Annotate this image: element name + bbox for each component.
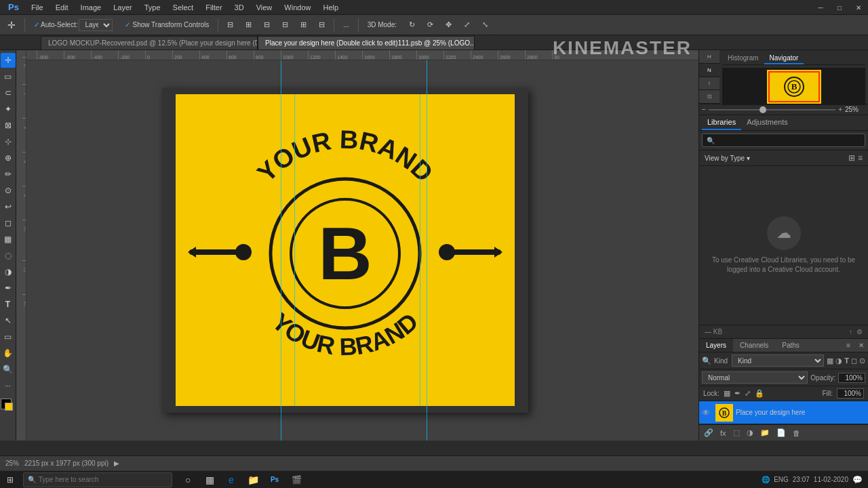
more-button[interactable]: ... — [338, 17, 353, 33]
history-brush-btn[interactable]: ↩ — [1, 199, 16, 214]
cloud-settings-icon[interactable]: ⚙ — [856, 328, 863, 336]
taskbar-photoshop[interactable]: Ps — [266, 472, 283, 487]
lock-position-icon[interactable]: ✒ — [734, 389, 741, 398]
link-layers-btn[interactable]: 🔗 — [702, 427, 715, 439]
histogram-tab[interactable]: Histogram — [722, 53, 764, 64]
layer-item[interactable]: 👁 B Place your design here — [699, 401, 868, 424]
taskbar-edge[interactable]: e — [222, 472, 240, 487]
shape-layer-icon[interactable]: ◻ — [851, 357, 857, 365]
3d-slide-button[interactable]: ⤢ — [459, 17, 475, 33]
navigator-mini-tab[interactable]: N — [699, 64, 719, 77]
marquee-tool-btn[interactable]: ▭ — [1, 69, 16, 84]
menu-layer[interactable]: Layer — [108, 2, 138, 13]
zoom-thumb[interactable] — [760, 106, 766, 113]
close-button[interactable]: ✕ — [849, 0, 868, 15]
move-tool-btn[interactable]: ✛ — [1, 53, 16, 68]
healing-tool-btn[interactable]: ⊕ — [1, 150, 16, 165]
taskbar-kinemaster[interactable]: 🎬 — [288, 472, 305, 487]
layers-panel-menu[interactable]: ≡ — [842, 339, 854, 352]
align-left-button[interactable]: ⊟ — [222, 17, 238, 33]
libraries-tab[interactable]: Libraries — [702, 115, 741, 130]
zoom-slider[interactable] — [709, 109, 835, 110]
3d-roll-button[interactable]: ⟳ — [422, 17, 438, 33]
extra-tools-btn[interactable]: ··· — [1, 378, 16, 393]
library-search-input[interactable] — [702, 134, 865, 147]
foreground-color[interactable] — [1, 399, 16, 413]
cloud-upload-icon[interactable]: ↑ — [849, 328, 852, 336]
navigator-preview[interactable]: B — [722, 68, 865, 105]
fill-input[interactable] — [837, 388, 864, 399]
3d-scale-button[interactable]: ⤡ — [477, 17, 493, 33]
zoom-in-icon[interactable]: + — [838, 106, 842, 113]
pixel-layer-icon[interactable]: ▦ — [827, 357, 833, 365]
align-center-v-button[interactable]: ⊞ — [296, 17, 311, 33]
align-bottom-button[interactable]: ⊟ — [314, 17, 330, 33]
magic-wand-tool-btn[interactable]: ✦ — [1, 102, 16, 117]
layer-visibility-icon[interactable]: 👁 — [702, 408, 713, 418]
auto-select-dropdown[interactable]: Layer Group — [79, 19, 113, 31]
logo-box[interactable]: YOUR BRAND B — [176, 94, 515, 406]
align-center-h-button[interactable]: ⊞ — [241, 17, 256, 33]
brush-tool-btn[interactable]: ✏ — [1, 167, 16, 182]
zoom-out-icon[interactable]: − — [702, 106, 706, 113]
eraser-tool-btn[interactable]: ◻ — [1, 216, 16, 230]
menu-file[interactable]: File — [26, 2, 49, 13]
layers-panel-close[interactable]: ✕ — [854, 339, 868, 352]
lock-all-icon[interactable]: 🔒 — [755, 389, 764, 398]
gradient-tool-btn[interactable]: ▦ — [1, 232, 16, 247]
minimize-button[interactable]: ─ — [811, 0, 830, 15]
tab-0[interactable]: LOGO MOCKUP-Recovered.psd @ 12.5% (Place… — [41, 36, 258, 49]
path-select-btn[interactable]: ↖ — [1, 313, 16, 328]
menu-help[interactable]: Help — [317, 2, 344, 13]
info-mini-tab[interactable]: i — [699, 77, 719, 91]
shape-tool-btn[interactable]: ▭ — [1, 329, 16, 344]
menu-filter[interactable]: Filter — [200, 2, 227, 13]
menu-view[interactable]: View — [251, 2, 278, 13]
start-button[interactable]: ⊞ — [0, 471, 20, 489]
document-canvas[interactable]: YOUR BRAND B — [162, 87, 528, 413]
type-layer-icon[interactable]: T — [844, 357, 849, 365]
align-right-button[interactable]: ⊟ — [259, 17, 275, 33]
3d-rotate-button[interactable]: ↻ — [404, 17, 420, 33]
list-view-icon[interactable]: ≡ — [858, 153, 863, 163]
crop-tool-btn[interactable]: ⊠ — [1, 118, 16, 133]
smart-object-icon[interactable]: ⊙ — [859, 357, 865, 365]
align-top-button[interactable]: ⊟ — [277, 17, 293, 33]
new-layer-btn[interactable]: 📄 — [774, 427, 788, 439]
menu-edit[interactable]: Edit — [50, 2, 74, 13]
channels-tab[interactable]: Channels — [733, 339, 775, 352]
layer-filter-search-icon[interactable]: 🔍 — [702, 357, 711, 365]
layers-tab[interactable]: Layers — [699, 339, 733, 352]
menu-window[interactable]: Window — [279, 2, 316, 13]
move-tool[interactable]: ✛ — [3, 17, 20, 33]
auto-select-checkbox[interactable]: ✓ Auto-Select: Layer Group — [29, 17, 117, 33]
new-adjustment-btn[interactable]: ◑ — [745, 427, 755, 439]
layers-mini-tab-icon[interactable]: ⊡ — [699, 90, 719, 104]
taskbar-cortana[interactable]: ○ — [179, 472, 197, 487]
taskbar-taskview[interactable]: ▦ — [201, 472, 218, 487]
notification-icon[interactable]: 💬 — [852, 475, 863, 485]
taskbar-explorer[interactable]: 📁 — [244, 472, 262, 487]
zoom-tool-btn[interactable]: 🔍 — [1, 362, 16, 377]
menu-type[interactable]: Type — [139, 2, 166, 13]
lasso-tool-btn[interactable]: ⊂ — [1, 85, 16, 100]
dodge-tool-btn[interactable]: ◑ — [1, 264, 16, 279]
opacity-input[interactable] — [838, 373, 865, 383]
blur-tool-btn[interactable]: ◌ — [1, 248, 16, 263]
maximize-button[interactable]: □ — [830, 0, 849, 15]
histogram-mini-tab[interactable]: H — [699, 50, 719, 64]
add-style-btn[interactable]: fx — [718, 428, 728, 439]
canvas-wrapper[interactable]: YOUR BRAND B — [26, 60, 698, 441]
menu-image[interactable]: Image — [75, 2, 107, 13]
adjustments-tab[interactable]: Adjustments — [741, 115, 793, 130]
menu-select[interactable]: Select — [167, 2, 199, 13]
lock-artboards-icon[interactable]: ⤢ — [745, 389, 751, 398]
hand-tool-btn[interactable]: ✋ — [1, 346, 16, 361]
status-expand-icon[interactable]: ▶ — [114, 460, 119, 467]
new-group-btn[interactable]: 📁 — [758, 427, 772, 439]
clone-tool-btn[interactable]: ⊙ — [1, 183, 16, 198]
paths-tab[interactable]: Paths — [775, 339, 806, 352]
3d-pan-button[interactable]: ✥ — [441, 17, 456, 33]
add-mask-btn[interactable]: ⬚ — [731, 427, 742, 439]
blend-mode-dropdown[interactable]: Normal — [702, 371, 808, 384]
